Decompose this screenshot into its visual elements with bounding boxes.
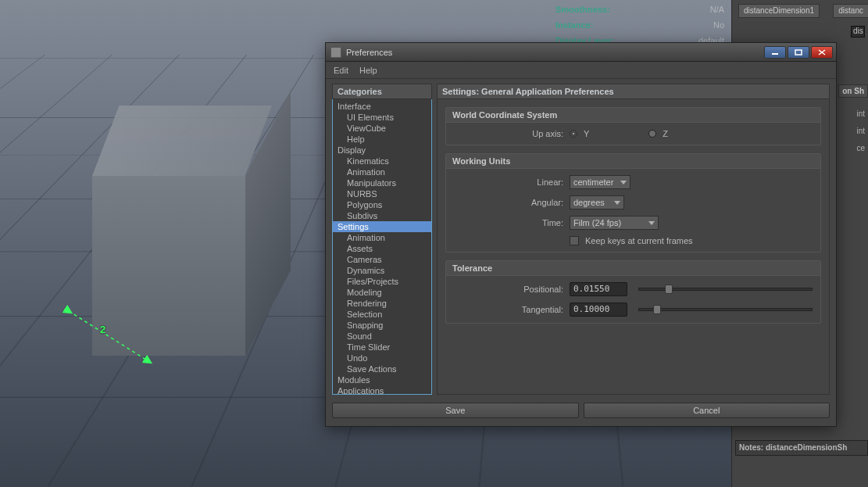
dialog-title: Preferences xyxy=(346,48,759,57)
attr-label: Instance: xyxy=(555,20,593,30)
category-animation[interactable]: Animation xyxy=(333,167,431,177)
radio-label-z: Z xyxy=(663,129,668,138)
category-time-slider[interactable]: Time Slider xyxy=(333,342,431,353)
section-title: World Coordinate System xyxy=(446,108,820,123)
category-manipulators[interactable]: Manipulators xyxy=(333,177,431,188)
attr-label: Smoothness: xyxy=(555,5,610,14)
keepkeys-checkbox[interactable] xyxy=(570,236,579,245)
category-animation[interactable]: Animation xyxy=(333,232,431,243)
select-value: centimeter xyxy=(573,177,613,187)
category-undo[interactable]: Undo xyxy=(333,353,431,363)
category-snapping[interactable]: Snapping xyxy=(333,320,431,331)
category-applications[interactable]: Applications xyxy=(333,385,431,395)
cancel-button[interactable]: Cancel xyxy=(584,403,830,418)
distance-label: 2 xyxy=(100,324,105,335)
panel-section-frag: on Sh xyxy=(838,84,868,98)
section-tolerance: Tolerance Positional: 0.01550 Tangential… xyxy=(445,260,821,324)
section-world-coord: World Coordinate System Up axis: Y Z xyxy=(445,107,821,145)
radio-upaxis-z[interactable] xyxy=(648,130,656,138)
category-settings[interactable]: Settings xyxy=(333,221,431,232)
panel-frag: ce xyxy=(856,144,865,152)
slider-thumb[interactable] xyxy=(653,305,661,314)
preferences-dialog: Preferences Edit Help Categories Interfa… xyxy=(325,42,837,427)
category-modeling[interactable]: Modeling xyxy=(333,287,431,298)
section-title: Tolerance xyxy=(446,261,820,276)
angular-label: Angular: xyxy=(454,198,563,207)
categories-header: Categories xyxy=(332,84,432,99)
positional-label: Positional: xyxy=(454,285,563,294)
category-dynamics[interactable]: Dynamics xyxy=(333,265,431,276)
radio-label-y: Y xyxy=(584,129,589,138)
category-files-projects[interactable]: Files/Projects xyxy=(333,276,431,287)
app-icon xyxy=(330,47,341,58)
category-interface[interactable]: Interface xyxy=(333,101,431,112)
category-cameras[interactable]: Cameras xyxy=(333,254,431,265)
panel-frag: int xyxy=(856,127,865,135)
slider-thumb[interactable] xyxy=(665,285,673,294)
category-polygons[interactable]: Polygons xyxy=(333,199,431,210)
linear-label: Linear: xyxy=(454,177,563,187)
notes-bar: Notes: distanceDimensionSh xyxy=(735,440,868,456)
category-nurbs[interactable]: NURBS xyxy=(333,188,431,199)
close-button[interactable] xyxy=(811,46,833,59)
svg-rect-2 xyxy=(795,50,802,55)
category-rendering[interactable]: Rendering xyxy=(333,298,431,309)
select-value: Film (24 fps) xyxy=(573,218,621,227)
category-kinematics[interactable]: Kinematics xyxy=(333,156,431,167)
time-label: Time: xyxy=(454,218,563,227)
tab-distance1[interactable]: distanceDimension1 xyxy=(738,4,820,18)
settings-header: Settings: General Application Preference… xyxy=(437,84,830,99)
upaxis-label: Up axis: xyxy=(454,129,563,138)
linear-select[interactable]: centimeter xyxy=(570,175,630,189)
category-help[interactable]: Help xyxy=(333,134,431,145)
minimize-button[interactable] xyxy=(764,46,786,59)
positional-slider[interactable] xyxy=(638,288,813,291)
tangential-slider[interactable] xyxy=(638,308,813,311)
chevron-down-icon xyxy=(648,221,655,225)
category-selection[interactable]: Selection xyxy=(333,309,431,320)
category-modules[interactable]: Modules xyxy=(333,374,431,385)
positional-input[interactable]: 0.01550 xyxy=(570,282,627,296)
chevron-down-icon xyxy=(614,201,620,205)
category-save-actions[interactable]: Save Actions xyxy=(333,363,431,374)
attr-value: No xyxy=(713,20,724,30)
menu-help[interactable]: Help xyxy=(359,66,377,75)
select-value: degrees xyxy=(573,198,605,207)
cube-mesh xyxy=(92,106,272,285)
chevron-down-icon xyxy=(620,181,627,184)
category-viewcube[interactable]: ViewCube xyxy=(333,123,431,134)
tangential-input[interactable]: 0.10000 xyxy=(570,303,627,317)
category-assets[interactable]: Assets xyxy=(333,243,431,254)
attr-value: N/A xyxy=(710,5,724,14)
save-button[interactable]: Save xyxy=(332,403,579,418)
tab-distance2[interactable]: distanc xyxy=(833,4,868,18)
maximize-button[interactable] xyxy=(788,46,809,59)
panel-frag: int xyxy=(856,109,865,118)
angular-select[interactable]: degrees xyxy=(570,195,624,209)
section-title: Working Units xyxy=(446,154,820,169)
titlebar[interactable]: Preferences xyxy=(326,43,836,62)
category-sound[interactable]: Sound xyxy=(333,331,431,342)
menu-edit[interactable]: Edit xyxy=(334,66,348,75)
radio-upaxis-y[interactable] xyxy=(570,130,577,138)
section-working-units: Working Units Linear: centimeter Angular… xyxy=(445,153,821,252)
tangential-label: Tangential: xyxy=(454,305,563,314)
category-ui-elements[interactable]: UI Elements xyxy=(333,112,431,123)
panel-field[interactable]: dis xyxy=(851,26,865,38)
category-display[interactable]: Display xyxy=(333,145,431,156)
category-subdivs[interactable]: Subdivs xyxy=(333,210,431,221)
keepkeys-label: Keep keys at current frames xyxy=(585,236,693,245)
categories-list[interactable]: InterfaceUI ElementsViewCubeHelpDisplayK… xyxy=(332,99,432,395)
time-select[interactable]: Film (24 fps) xyxy=(570,216,659,230)
menubar: Edit Help xyxy=(326,62,836,79)
